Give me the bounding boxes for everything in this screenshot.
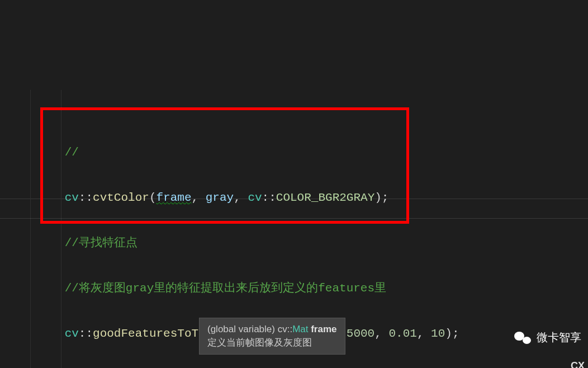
- tooltip-signature: (global variable) cv::Mat frame: [207, 323, 337, 336]
- comment: //将灰度图gray里的特征提取出来后放到定义的features里: [65, 282, 386, 295]
- constant: COLOR_BGR2GRAY: [276, 191, 374, 204]
- comment: //: [65, 146, 79, 159]
- wechat-icon: [514, 331, 531, 345]
- comma: ,: [374, 327, 388, 340]
- comma: ,: [417, 327, 431, 340]
- indent-guide-2: [61, 90, 61, 368]
- comma: ,: [234, 191, 248, 204]
- watermark-text: 微卡智享: [537, 330, 581, 345]
- namespace: cv: [65, 327, 79, 340]
- semicolon: ;: [382, 191, 389, 204]
- tooltip-name: frame: [308, 324, 336, 334]
- variable: gray: [206, 191, 234, 204]
- variable: frame: [157, 191, 192, 204]
- indent-guide-1: [30, 90, 31, 368]
- paren: ): [374, 191, 382, 204]
- code-line[interactable]: //将灰度图gray里的特征提取出来后放到定义的features里: [22, 279, 588, 298]
- watermark: 微卡智享: [514, 330, 581, 345]
- code-line[interactable]: //: [22, 143, 588, 162]
- tooltip-type: Mat: [292, 324, 308, 334]
- paren: ): [445, 327, 452, 340]
- number: 10: [431, 327, 445, 340]
- comment: //寻找特征点: [65, 237, 137, 249]
- number: 0.01: [388, 327, 416, 340]
- namespace: cv: [248, 191, 262, 204]
- comma: ,: [192, 191, 206, 204]
- cx-logo-big: CX: [571, 362, 585, 368]
- number: 5000: [347, 327, 374, 340]
- tooltip-doc: 定义当前帧图像及灰度图: [207, 336, 337, 350]
- paren: (: [149, 191, 157, 204]
- intellisense-tooltip: (global variable) cv::Mat frame 定义当前帧图像及…: [199, 318, 345, 355]
- code-line[interactable]: cv::cvtColor(frame, gray, cv::COLOR_BGR2…: [22, 188, 588, 207]
- operator: ::: [79, 327, 93, 340]
- operator: ::: [79, 191, 93, 204]
- function: cvtColor: [93, 191, 149, 204]
- tooltip-kind: (global variable): [207, 324, 278, 334]
- cx-logo: CX: [571, 349, 585, 368]
- semicolon: ;: [452, 327, 459, 340]
- code-line[interactable]: //寻找特征点: [22, 233, 588, 253]
- tooltip-ns: cv::: [278, 324, 292, 334]
- namespace: cv: [65, 191, 79, 204]
- operator: ::: [262, 191, 276, 204]
